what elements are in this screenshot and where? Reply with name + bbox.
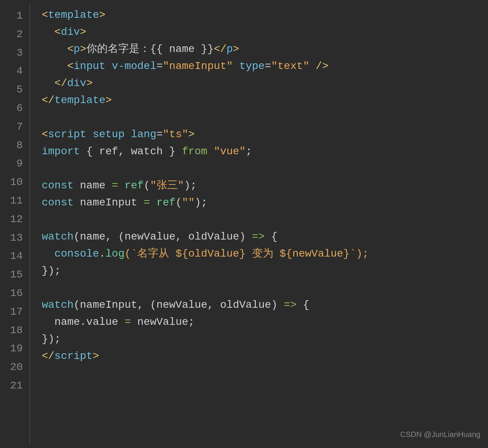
line-num-6: 6 (0, 99, 30, 118)
line-num-8: 8 (0, 136, 30, 155)
code-line-3: <p>你的名字是：{{ name }}</p> (42, 41, 488, 58)
code-line-12: const nameInput = ref(""); (42, 194, 488, 211)
line-num-16: 16 (0, 284, 30, 303)
line-num-18: 18 (0, 321, 30, 340)
code-editor: 1 2 3 4 5 6 7 8 9 10 11 12 13 14 15 16 1… (0, 0, 488, 448)
code-line-16: }); (42, 263, 488, 280)
line-num-3: 3 (0, 44, 30, 63)
line-numbers: 1 2 3 4 5 6 7 8 9 10 11 12 13 14 15 16 1… (0, 4, 30, 444)
watermark: CSDN @JunLianHuang (400, 428, 480, 440)
line-num-4: 4 (0, 62, 30, 81)
code-line-13 (42, 211, 488, 229)
code-line-10 (42, 160, 488, 177)
code-line-9: import { ref, watch } from "vue"; (42, 143, 488, 160)
line-num-21: 21 (0, 377, 30, 395)
line-num-9: 9 (0, 155, 30, 173)
code-line-8: <script setup lang="ts"> (42, 126, 488, 143)
code-line-4: <input v-model="nameInput" type="text" /… (42, 58, 488, 75)
code-line-11: const name = ref("张三"); (42, 177, 488, 194)
line-num-11: 11 (0, 192, 30, 210)
code-line-2: <div> (42, 24, 488, 41)
code-line-5: </div> (42, 75, 488, 92)
code-line-15: console.log(`名字从 ${oldValue} 变为 ${newVal… (42, 246, 488, 263)
line-num-13: 13 (0, 229, 30, 247)
code-line-7 (42, 109, 488, 126)
line-num-2: 2 (0, 25, 30, 44)
line-num-10: 10 (0, 173, 30, 192)
line-num-1: 1 (0, 7, 30, 25)
code-line-14: watch(name, (newValue, oldValue) => { (42, 229, 488, 246)
line-num-15: 15 (0, 266, 30, 284)
code-content: <template> <div> <p>你的名字是：{{ name }}</p>… (30, 4, 488, 444)
code-line-1: <template> (42, 7, 488, 24)
line-num-5: 5 (0, 81, 30, 99)
code-line-18: watch(nameInput, (newValue, oldValue) =>… (42, 297, 488, 314)
line-num-7: 7 (0, 118, 30, 136)
line-num-12: 12 (0, 210, 30, 229)
line-num-19: 19 (0, 340, 30, 358)
line-num-20: 20 (0, 358, 30, 377)
code-line-6: </template> (42, 92, 488, 109)
code-line-17 (42, 280, 488, 297)
line-num-17: 17 (0, 303, 30, 321)
code-line-21: </script> (42, 348, 488, 365)
code-line-20: }); (42, 331, 488, 348)
line-num-14: 14 (0, 247, 30, 266)
code-line-19: name.value = newValue; (42, 314, 488, 331)
